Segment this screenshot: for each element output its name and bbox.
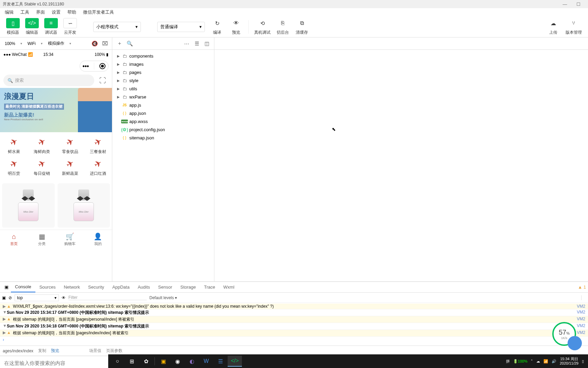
levels-select[interactable]: Default levels ▾ <box>149 295 177 300</box>
collapse-icon[interactable]: ☰ <box>192 41 202 47</box>
app-icon[interactable]: ✿ <box>139 356 153 367</box>
wps-icon[interactable]: W <box>199 356 213 367</box>
category-item[interactable]: ✈明百货 <box>0 157 28 179</box>
rotate-icon[interactable]: ⌧ <box>100 41 110 47</box>
simulator-button[interactable]: ▯模拟器 <box>6 18 20 35</box>
tree-item[interactable]: ▶🗀images <box>112 60 214 68</box>
tab-item[interactable]: ⌂首页 <box>0 230 28 249</box>
menu-interface[interactable]: 界面 <box>33 9 48 15</box>
tab-item[interactable]: 🛒购物车 <box>56 230 84 249</box>
devtools-tab[interactable]: Sources <box>35 282 60 292</box>
debugger-button[interactable]: ≡调试器 <box>44 18 58 35</box>
minimize-button[interactable]: — <box>558 2 572 7</box>
log-source[interactable]: VM2 <box>577 323 585 328</box>
category-item[interactable]: ✈新鲜蔬菜 <box>56 157 84 179</box>
banner[interactable]: 浪漫夏日 最美时光 清新裙摆飘逐百搭连衣裙 新品上架爆卖! New Produc… <box>0 88 112 132</box>
devtools-tab[interactable]: Storage <box>176 282 200 292</box>
maximize-button[interactable]: ☐ <box>572 2 585 7</box>
cloud-button[interactable]: ∽云开发 <box>63 18 77 35</box>
menu-settings[interactable]: 设置 <box>48 9 64 15</box>
task-view-icon[interactable]: ⊞ <box>125 356 139 367</box>
console-log-line[interactable]: ▶ ▲根据 sitemap 的规则[0]，当前页面 [pages/index/i… <box>0 330 588 337</box>
category-item[interactable]: ✈三餐食材 <box>84 135 112 157</box>
copy-link[interactable]: 复制 <box>38 348 46 354</box>
clear-cache-button[interactable]: ⧉清缓存 <box>295 18 309 35</box>
menu-help[interactable]: 帮助 <box>64 9 80 15</box>
product-card[interactable]: Miss Dior <box>58 183 110 228</box>
preview-link[interactable]: 预览 <box>51 348 59 354</box>
scene-link[interactable]: 场景值 <box>89 348 101 354</box>
wifi-tray-icon[interactable]: 📶 <box>543 359 548 364</box>
chrome-icon[interactable]: ◉ <box>170 356 185 367</box>
tree-item[interactable]: wxssapp.wxss <box>112 117 214 125</box>
tree-item[interactable]: ▶🗀pages <box>112 68 214 76</box>
editor-area[interactable]: ⬉ <box>214 50 588 281</box>
product-card[interactable]: Miss Dior <box>2 183 55 228</box>
volume-tray-icon[interactable]: 🔊 <box>552 359 556 364</box>
tree-item[interactable]: {⚙}project.config.json <box>112 125 214 134</box>
menu-wechat-devtools[interactable]: 微信开发者工具 <box>80 9 117 15</box>
remote-debug-button[interactable]: ⟲真机调试 <box>254 18 271 35</box>
tree-item[interactable]: JSapp.js <box>112 101 214 109</box>
version-button[interactable]: ⑂版本管理 <box>566 18 582 35</box>
tab-item[interactable]: ▦分类 <box>28 230 56 249</box>
console-log-line[interactable]: ▼Sun Nov 29 2020 15:34:17 GMT+0800 (中国标准… <box>0 309 588 316</box>
filter-input[interactable]: Filter <box>68 295 147 300</box>
more-icon[interactable]: ⋯ <box>181 41 192 47</box>
category-item[interactable]: ✈鲜水果 <box>0 135 28 157</box>
ime-indicator[interactable]: 拼 <box>506 359 510 364</box>
cloud-tray-icon[interactable]: ☁ <box>536 359 540 364</box>
devtools-tab[interactable]: Wxml <box>219 282 239 292</box>
tray-chevron-icon[interactable]: ˄ <box>531 359 533 364</box>
os-search-input[interactable] <box>0 356 102 368</box>
clear-console-icon[interactable]: ⊘ <box>9 295 12 300</box>
tree-item[interactable]: ▶🗀components <box>112 52 214 60</box>
category-item[interactable]: ✈零食饮品 <box>56 135 84 157</box>
preview-button[interactable]: 👁预览 <box>229 18 243 35</box>
explorer-icon[interactable]: ▣ <box>156 356 170 367</box>
console-output[interactable]: ▶▲WXMLRT_$gwx:./pages/order-list/index.w… <box>0 303 588 346</box>
log-source[interactable]: VM2 <box>577 317 585 321</box>
tree-item[interactable]: ▶🗀style <box>112 76 214 85</box>
console-log-line[interactable]: ▼Sun Nov 29 2020 15:34:18 GMT+0800 (中国标准… <box>0 323 588 330</box>
devtools-tab[interactable]: Network <box>60 282 84 292</box>
inspect-icon[interactable]: ▣ <box>2 285 11 290</box>
log-source[interactable]: VM2 <box>577 310 585 315</box>
play-icon[interactable]: ▣ <box>2 295 6 300</box>
warning-badge[interactable]: ▲ 1 <box>578 285 586 290</box>
tree-item[interactable]: ▶🗀wxParse <box>112 93 214 101</box>
battery-tray-icon[interactable]: 🔋100% <box>513 359 527 364</box>
zoom-select[interactable]: 100%▾ <box>2 41 25 46</box>
search-input[interactable]: 🔍 搜索 <box>3 75 94 86</box>
new-file-icon[interactable]: ＋ <box>114 40 125 47</box>
mute-icon[interactable]: 🔇 <box>89 41 100 47</box>
log-source[interactable]: VM2 <box>577 330 585 335</box>
live-expr-icon[interactable]: 👁 <box>62 295 66 300</box>
notification-tray-icon[interactable]: ▯ <box>582 359 584 364</box>
start-button[interactable]: ○ <box>110 356 125 367</box>
devtools-tab[interactable]: Security <box>84 282 108 292</box>
capsule-menu[interactable]: ••• <box>80 61 109 72</box>
tree-item[interactable]: { }sitemap.json <box>112 134 214 142</box>
network-select[interactable]: WiFi▾ <box>25 41 45 46</box>
tree-item[interactable]: { }app.json <box>112 109 214 117</box>
category-item[interactable]: ✈海鲜肉类 <box>28 135 56 157</box>
context-select[interactable]: top▾ <box>15 294 59 301</box>
search-icon[interactable]: 🔍 <box>125 41 135 47</box>
upload-button[interactable]: ☁上传 <box>546 18 560 35</box>
tree-item[interactable]: ▶🗀utils <box>112 85 214 93</box>
mode-dropdown[interactable]: 小程序模式▾ <box>93 22 141 32</box>
editor-button[interactable]: </>编辑器 <box>25 18 39 35</box>
menu-tools[interactable]: 工具 <box>17 9 33 15</box>
background-button[interactable]: ⎘切后台 <box>276 18 290 35</box>
compile-button[interactable]: ↻编译 <box>210 18 224 35</box>
scan-icon[interactable]: ⛶ <box>97 75 109 86</box>
devtools-tab[interactable]: Audits <box>134 282 154 292</box>
devtools-tab[interactable]: Trace <box>200 282 219 292</box>
devtools-tab[interactable]: Console <box>11 282 35 292</box>
category-item[interactable]: ✈每日促销 <box>28 157 56 179</box>
devtools-tab[interactable]: AppData <box>108 282 134 292</box>
console-log-line[interactable]: ▶ ▲根据 sitemap 的规则[0]，当前页面 [pages/persona… <box>0 316 588 323</box>
compile-mode-dropdown[interactable]: 普通编译▾ <box>157 22 205 32</box>
menu-edit[interactable]: 编辑 <box>1 9 17 15</box>
